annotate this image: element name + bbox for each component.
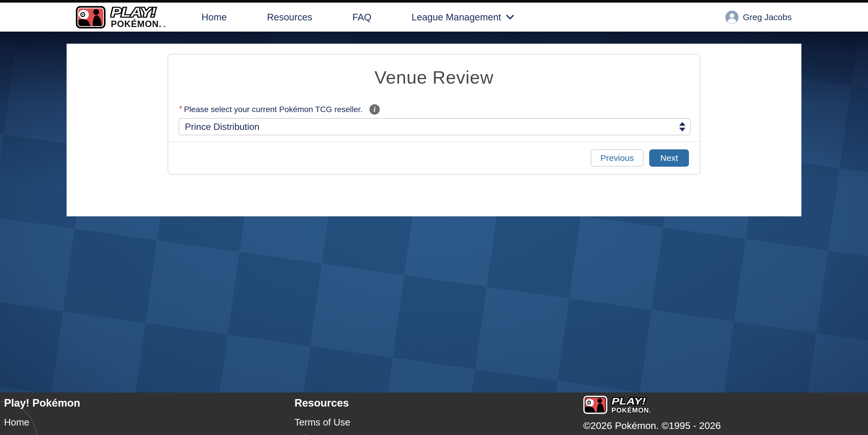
- svg-text:POKÉMON.: POKÉMON.: [111, 19, 162, 29]
- footer-privacy-label: Privacy Notice: [294, 433, 355, 435]
- reseller-selected-value: Prince Distribution: [185, 121, 259, 132]
- main-nav: Home Resources FAQ League Management: [202, 12, 515, 23]
- main-content-area: Venue Review * Please select your curren…: [0, 32, 868, 393]
- footer-settings-label: Settings: [15, 433, 50, 435]
- nav-home-label: Home: [202, 12, 227, 23]
- site-header: PLAY! POKÉMON. ™ Home Resources FAQ Leag…: [0, 3, 868, 32]
- chevron-down-icon: [506, 14, 515, 20]
- nav-item-resources[interactable]: Resources: [267, 12, 312, 23]
- copyright-text: ©2026 Pokémon. ©1995 - 2026: [583, 420, 721, 431]
- venue-review-card: Venue Review * Please select your curren…: [167, 54, 701, 175]
- nav-item-home[interactable]: Home: [202, 12, 227, 23]
- reseller-field-label-row: * Please select your current Pokémon TCG…: [179, 104, 689, 115]
- footer-heading-play-pokemon: Play! Pokémon: [4, 397, 80, 409]
- footer-link-privacy-notice[interactable]: Privacy Notice: [294, 433, 355, 435]
- play-pokemon-logo[interactable]: PLAY! POKÉMON. ™: [76, 5, 176, 29]
- footer-play-pokemon-logo[interactable]: PLAY! POKÉMON.: [583, 395, 721, 414]
- avatar-icon: [725, 11, 739, 24]
- footer-link-terms-of-use[interactable]: Terms of Use: [294, 416, 355, 428]
- nav-league-management-label: League Management: [412, 12, 501, 23]
- play-pokemon-wordmark: PLAY! POKÉMON. ™: [110, 5, 176, 29]
- gear-icon: ⚙: [4, 434, 12, 435]
- footer-column-resources: Resources Terms of Use Privacy Notice: [294, 397, 355, 435]
- svg-text:™: ™: [162, 25, 166, 29]
- select-spinner-icon: [679, 122, 685, 132]
- footer-heading-resources: Resources: [294, 397, 355, 409]
- svg-text:PLAY!: PLAY!: [111, 5, 156, 19]
- footer-play-pokemon-wordmark: PLAY! POKÉMON.: [611, 395, 663, 414]
- nav-item-faq[interactable]: FAQ: [352, 12, 371, 23]
- svg-text:POKÉMON.: POKÉMON.: [611, 406, 651, 414]
- wizard-footer: Previous Next: [168, 141, 700, 174]
- info-icon[interactable]: i: [369, 104, 380, 115]
- required-asterisk: *: [179, 104, 182, 113]
- footer-link-home[interactable]: Home: [4, 416, 80, 428]
- reseller-field-label: Please select your current Pokémon TCG r…: [184, 105, 363, 114]
- previous-button[interactable]: Previous: [591, 149, 644, 167]
- reseller-select[interactable]: Prince Distribution: [179, 118, 691, 135]
- footer-terms-label: Terms of Use: [294, 417, 350, 428]
- user-name: Greg Jacobs: [743, 12, 792, 22]
- content-panel: Venue Review * Please select your curren…: [67, 44, 801, 216]
- footer-home-label: Home: [4, 417, 29, 428]
- nav-item-league-management[interactable]: League Management: [412, 12, 515, 23]
- user-menu[interactable]: Greg Jacobs: [725, 11, 792, 24]
- footer-column-branding: PLAY! POKÉMON. ©2026 Pokémon. ©1995 - 20…: [583, 395, 721, 431]
- nav-faq-label: FAQ: [352, 12, 371, 23]
- next-button[interactable]: Next: [649, 149, 689, 167]
- top-black-bar: [0, 0, 868, 3]
- pokeball-emblem-icon: [76, 6, 105, 29]
- footer-link-settings[interactable]: ⚙Settings: [4, 433, 80, 435]
- footer-pokeball-emblem-icon: [583, 396, 608, 414]
- site-footer: Play! Pokémon Home ⚙Settings Resources T…: [0, 393, 868, 435]
- page-title: Venue Review: [179, 67, 689, 88]
- footer-column-play-pokemon: Play! Pokémon Home ⚙Settings: [4, 397, 80, 435]
- svg-text:PLAY!: PLAY!: [611, 396, 646, 407]
- nav-resources-label: Resources: [267, 12, 312, 23]
